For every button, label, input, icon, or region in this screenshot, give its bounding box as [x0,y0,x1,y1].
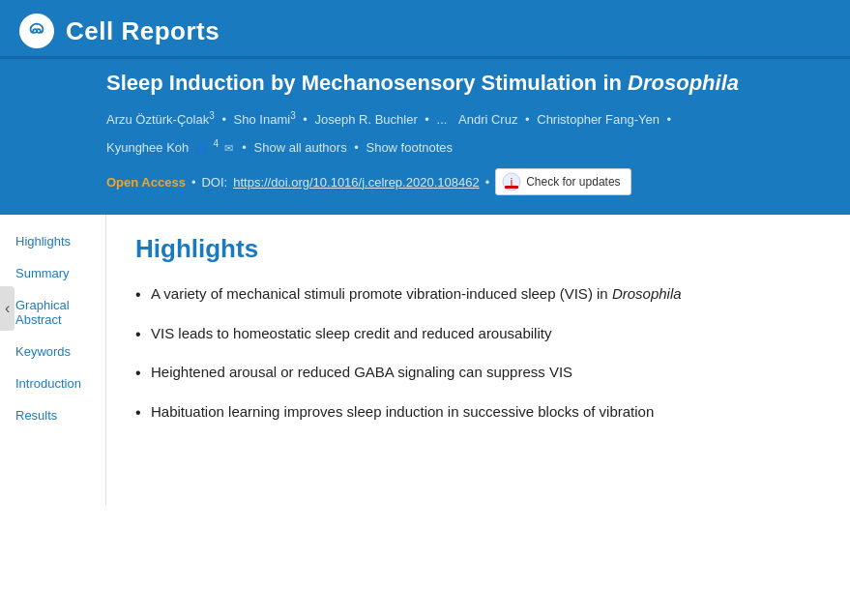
highlights-list: A variety of mechanical stimuli promote … [135,283,811,423]
highlight-item-1: A variety of mechanical stimuli promote … [135,283,811,306]
highlight-item-2: VIS leads to homeostatic sleep credit an… [135,323,811,345]
check-for-updates-button[interactable]: i Check for updates [495,168,630,195]
sidebar-item-introduction[interactable]: Introduction [15,376,105,391]
sidebar-item-keywords[interactable]: Keywords [15,344,105,359]
open-access-badge: Open Access [106,175,186,190]
show-footnotes-link[interactable]: Show footnotes [366,140,453,155]
sidebar-link-results[interactable]: Results [15,408,105,423]
article-title: Sleep Induction by Mechanosensory Stimul… [106,69,821,99]
doi-label: • [191,175,196,190]
authors-line: Arzu Öztürk-Çolak3 • Sho Inami3 • Joseph… [106,108,821,131]
sidebar-item-summary[interactable]: Summary [15,266,105,280]
highlights-section-title: Highlights [135,234,811,264]
highlight-item-4: Habituation learning improves sleep indu… [135,401,811,424]
check-updates-label: Check for updates [526,175,620,189]
author-kyunghee[interactable]: Kyunghee Koh [106,140,189,155]
sidebar-link-summary[interactable]: Summary [15,266,105,280]
logo-text: Cell Reports [66,16,220,46]
sidebar-item-highlights[interactable]: Highlights [15,234,105,249]
sidebar-nav: Highlights Summary GraphicalAbstract Key… [0,215,106,505]
sidebar-link-graphical-abstract[interactable]: GraphicalAbstract [15,298,105,327]
author-arzu[interactable]: Arzu Öztürk-Çolak [106,112,209,127]
author-joseph[interactable]: Joseph R. Buchler [315,112,418,127]
sidebar-link-introduction[interactable]: Introduction [15,376,105,391]
scroll-left-button[interactable]: ‹ [0,286,15,331]
check-updates-icon: i [502,172,521,191]
main-content: Highlights Summary GraphicalAbstract Key… [0,215,850,505]
sidebar-link-highlights[interactable]: Highlights [15,234,105,249]
doi-keyword: DOI: [201,175,227,190]
author-sho[interactable]: Sho Inami [234,112,291,127]
highlight-text-4: Habituation learning improves sleep indu… [151,403,654,420]
show-all-authors-link[interactable]: Show all authors [254,140,347,155]
logo-icon [19,14,54,48]
author-christopher[interactable]: Christopher Fang-Yen [537,112,659,127]
highlight-text-3: Heightened arousal or reduced GABA signa… [151,364,572,380]
sidebar-link-keywords[interactable]: Keywords [15,344,105,359]
highlight-text-2: VIS leads to homeostatic sleep credit an… [151,325,551,341]
highlight-text-1: A variety of mechanical stimuli promote … [151,285,682,302]
doi-line: Open Access • DOI: https://doi.org/10.10… [106,168,821,195]
author-andri[interactable]: Andri Cruz [458,112,517,127]
header-banner: Cell Reports [0,0,850,59]
article-header: Sleep Induction by Mechanosensory Stimul… [0,59,850,215]
svg-rect-2 [505,186,518,189]
article-body: Highlights A variety of mechanical stimu… [106,215,850,505]
sidebar-item-graphical-abstract[interactable]: GraphicalAbstract [15,298,105,327]
kyunghee-line: Kyunghee Koh 👤 4 ✉ • Show all authors • … [106,136,821,159]
sidebar-item-results[interactable]: Results [15,408,105,423]
highlight-item-3: Heightened arousal or reduced GABA signa… [135,362,811,384]
doi-url[interactable]: https://doi.org/10.1016/j.celrep.2020.10… [233,175,479,190]
